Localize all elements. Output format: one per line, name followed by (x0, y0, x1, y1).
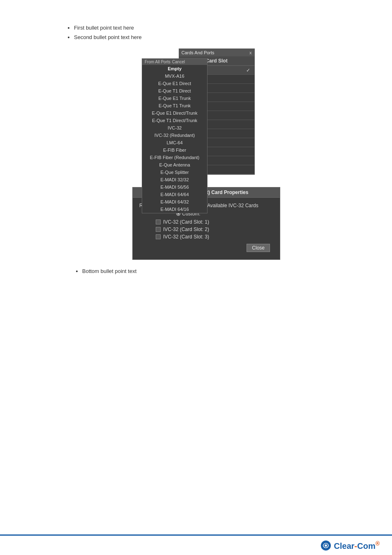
checkbox-slot2[interactable] (156, 227, 161, 232)
dropdown-item-eque-e1-direct[interactable]: E-Que E1 Direct (142, 80, 207, 87)
card-type-dropdown: From All Ports Cancel Empty MVX-A16 E-Qu… (142, 58, 208, 213)
bullet-item-2: Second bullet point text here (74, 34, 367, 40)
custom-checkbox-row-3: IVC-32 (Card Slot: 3) (156, 234, 273, 240)
dropdown-item-lmc64[interactable]: LMC-64 (142, 139, 207, 146)
bottom-bullet-list: Bottom bullet point text (82, 268, 367, 274)
dropdown-item-ivc32[interactable]: IVC-32 (142, 124, 207, 132)
slot-check-1: ✓ (246, 67, 252, 73)
dropdown-item-ivc32-redundant[interactable]: IVC-32 (Redundant) (142, 132, 207, 139)
custom-checkboxes-section: IVC-32 (Card Slot: 1) IVC-32 (Card Slot:… (156, 219, 273, 240)
custom-checkbox-row-2: IVC-32 (Card Slot: 2) (156, 227, 273, 232)
dropdown-item-efib-fiber-redundant[interactable]: E-FIB Fiber (Redundant) (142, 154, 207, 161)
footer-logo-com: Com (357, 541, 375, 550)
page-footer: Clear-Com® (0, 534, 392, 555)
dropdown-header: From All Ports Cancel (142, 59, 207, 65)
footer-logo-clear: Clear (334, 541, 355, 550)
dropdown-item-eque-t1-direct-trunk[interactable]: E-Que T1 Direct/Trunk (142, 117, 207, 124)
checkbox-label-slot3: IVC-32 (Card Slot: 3) (163, 234, 209, 240)
cards-title-label: Cards And Ports (182, 50, 214, 55)
dropdown-item-emadi-6416[interactable]: E-MADI 64/16 (142, 206, 207, 213)
cards-titlebar: Cards And Ports x (179, 49, 254, 56)
dropdown-header-cancel: Cancel (172, 60, 185, 64)
bullet-item-1: First bullet point text here (74, 25, 367, 31)
radio-all-label: All Available IVC-32 Cards (201, 203, 258, 208)
footer-logo: Clear-Com® (320, 540, 380, 551)
svg-point-1 (325, 544, 327, 547)
dropdown-item-eque-e1-direct-trunk[interactable]: E-Que E1 Direct/Trunk (142, 109, 207, 117)
custom-checkbox-row-1: IVC-32 (Card Slot: 1) (156, 219, 273, 225)
dropdown-item-empty[interactable]: Empty (142, 65, 207, 72)
dropdown-item-emadi-6432[interactable]: E-MADI 64/32 (142, 198, 207, 206)
checkbox-slot3[interactable] (156, 234, 161, 239)
footer-logo-text: Clear-Com® (334, 540, 380, 551)
bottom-bullet-item-1: Bottom bullet point text (82, 268, 367, 274)
bottom-bullet-area: Bottom bullet point text (74, 268, 367, 274)
dropdown-item-mvx[interactable]: MVX-A16 (142, 72, 207, 80)
checkbox-slot1[interactable] (156, 220, 161, 224)
dropdown-header-all: From All Ports (145, 60, 171, 64)
clearcom-logo-icon (320, 540, 332, 551)
dropdown-item-emadi-6464[interactable]: E-MADI 64/64 (142, 191, 207, 198)
dropdown-item-eque-t1-direct[interactable]: E-Que T1 Direct (142, 87, 207, 95)
dropdown-item-eque-e1-trunk[interactable]: E-Que E1 Trunk (142, 95, 207, 102)
dropdown-item-eque-t1-trunk[interactable]: E-Que T1 Trunk (142, 102, 207, 109)
dropdown-item-eque-antenna[interactable]: E-Que Antenna (142, 161, 207, 169)
cards-panel-area: Cards And Ports x Card Slot 1: Empty ✓ 2… (66, 49, 367, 175)
checkbox-label-slot1: IVC-32 (Card Slot: 1) (163, 219, 209, 225)
dropdown-item-eque-splitter[interactable]: E-Que Splitter (142, 169, 207, 176)
ivc-close-row: Close (139, 241, 273, 254)
dropdown-item-emadi-5656[interactable]: E-MADI 56/56 (142, 183, 207, 191)
dropdown-item-emadi-3232[interactable]: E-MADI 32/32 (142, 176, 207, 183)
cards-close-icon[interactable]: x (249, 50, 252, 55)
checkbox-label-slot2: IVC-32 (Card Slot: 2) (163, 227, 209, 232)
ivc-close-button[interactable]: Close (247, 244, 270, 252)
dropdown-item-efib-fiber[interactable]: E-FIB Fiber (142, 146, 207, 154)
top-bullet-list: First bullet point text here Second bull… (74, 25, 367, 40)
